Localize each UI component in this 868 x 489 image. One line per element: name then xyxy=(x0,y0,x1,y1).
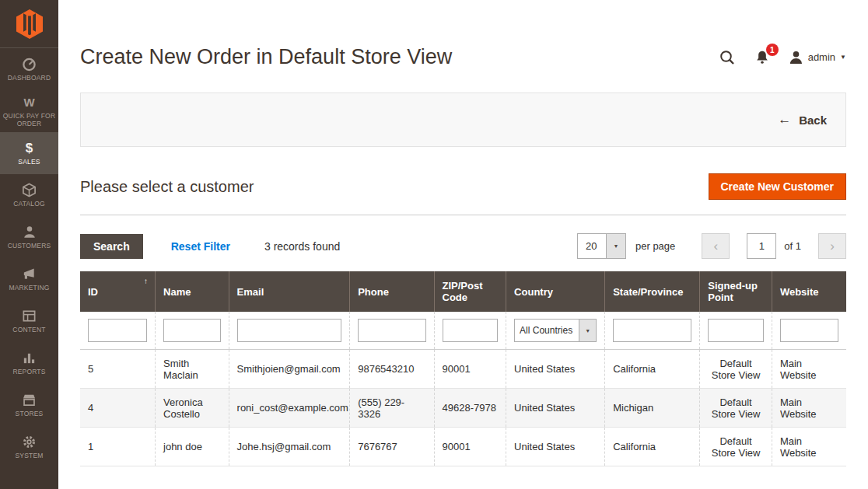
back-arrow-icon: ← xyxy=(778,112,791,127)
cell-state: California xyxy=(605,428,700,466)
user-icon xyxy=(789,50,803,65)
sidebar-item-sales[interactable]: $ SALES xyxy=(0,132,58,174)
per-page-select[interactable]: 20 ▼ xyxy=(577,233,626,259)
magento-logo[interactable] xyxy=(0,0,58,48)
sidebar-item-label: SALES xyxy=(18,159,40,166)
records-found-text: 3 records found xyxy=(264,240,340,253)
cell-phone: 9876543210 xyxy=(350,350,434,389)
column-header-phone[interactable]: Phone xyxy=(350,271,434,312)
admin-account-menu[interactable]: admin ▼ xyxy=(789,50,846,65)
column-header-id[interactable]: ID↑ xyxy=(80,271,156,312)
sidebar-item-content[interactable]: CONTENT xyxy=(0,300,58,342)
previous-page-button[interactable]: ‹ xyxy=(702,233,730,259)
cell-website: Main Website xyxy=(772,350,846,389)
filter-email-input[interactable] xyxy=(237,319,342,342)
cell-id: 4 xyxy=(80,389,156,428)
filter-state-input[interactable] xyxy=(613,319,691,342)
chevron-down-icon: ▼ xyxy=(840,54,846,61)
create-new-customer-button[interactable]: Create New Customer xyxy=(709,173,847,200)
customers-icon xyxy=(23,225,37,240)
column-header-email[interactable]: Email xyxy=(229,271,350,312)
sidebar-item-customers[interactable]: CUSTOMERS xyxy=(0,216,58,258)
filter-zip-input[interactable] xyxy=(443,319,499,342)
column-header-name[interactable]: Name xyxy=(156,271,229,312)
cell-zip: 90001 xyxy=(434,350,506,389)
column-header-signed-up-point[interactable]: Signed-up Point xyxy=(700,271,772,312)
sidebar-item-dashboard[interactable]: DASHBOARD xyxy=(0,48,58,90)
cell-country: United States xyxy=(506,350,605,389)
cell-name: Smith Maclain xyxy=(156,350,229,389)
sidebar-item-catalog[interactable]: CATALOG xyxy=(0,174,58,216)
notifications-bell-icon[interactable]: 1 xyxy=(754,49,770,65)
search-icon[interactable] xyxy=(719,49,736,66)
reports-icon xyxy=(22,351,37,366)
column-header-country[interactable]: Country xyxy=(506,271,605,312)
cell-phone: 7676767 xyxy=(350,428,434,466)
sidebar-item-label: REPORTS xyxy=(12,368,45,376)
page-total-text: of 1 xyxy=(784,240,801,252)
cell-signed-up: Default Store View xyxy=(700,389,772,428)
search-button[interactable]: Search xyxy=(80,234,143,259)
cell-website: Main Website xyxy=(772,389,846,428)
cell-state: Michigan xyxy=(605,389,700,428)
sidebar-item-marketing[interactable]: MARKETING xyxy=(0,258,58,300)
sidebar-item-system[interactable]: SYSTEM xyxy=(0,426,58,468)
page-actions-bar: ← Back xyxy=(80,93,846,147)
sidebar-item-label: CUSTOMERS xyxy=(8,243,51,250)
filter-phone-input[interactable] xyxy=(358,319,425,342)
next-page-button[interactable]: › xyxy=(818,233,846,259)
dashboard-icon xyxy=(22,57,37,72)
per-page-label: per page xyxy=(635,240,675,252)
sales-icon: $ xyxy=(26,141,33,156)
sidebar-item-label: MARKETING xyxy=(9,285,49,292)
sidebar-item-label: DASHBOARD xyxy=(8,75,51,82)
filter-signed-up-input[interactable] xyxy=(708,319,764,342)
cell-signed-up: Default Store View xyxy=(700,428,772,466)
content-icon xyxy=(22,309,37,324)
cell-country: United States xyxy=(506,428,605,466)
grid-header-row: ID↑ Name Email Phone ZIP/Post Code Count… xyxy=(80,271,846,312)
grid-toolbar: Search Reset Filter 3 records found 20 ▼… xyxy=(80,233,846,259)
column-header-zip[interactable]: ZIP/Post Code xyxy=(434,271,506,312)
cell-country: United States xyxy=(506,389,605,428)
back-button[interactable]: ← Back xyxy=(778,112,827,127)
customer-grid: ID↑ Name Email Phone ZIP/Post Code Count… xyxy=(80,271,846,466)
sidebar-item-stores[interactable]: STORES xyxy=(0,384,58,426)
sidebar-item-label: CATALOG xyxy=(13,201,45,208)
sidebar-item-reports[interactable]: REPORTS xyxy=(0,342,58,384)
chevron-down-icon: ▼ xyxy=(606,234,625,258)
stores-icon xyxy=(22,393,37,408)
page-title: Create New Order in Default Store View xyxy=(80,45,452,69)
quick-pay-icon: W xyxy=(23,95,34,110)
cell-email: Johe.hsj@gmail.com xyxy=(229,428,350,466)
notification-badge: 1 xyxy=(766,44,779,56)
cell-phone: (555) 229-3326 xyxy=(350,389,434,428)
system-icon xyxy=(22,435,37,450)
cell-zip: 49628-7978 xyxy=(434,389,506,428)
filter-id-input[interactable] xyxy=(88,319,147,342)
sidebar-item-label: SYSTEM xyxy=(16,452,44,460)
filter-country-select[interactable]: All Countries ▼ xyxy=(514,319,597,342)
cell-email: roni_cost@example.com xyxy=(229,389,350,428)
page-number-input[interactable] xyxy=(747,233,776,259)
sidebar-item-quick-pay-for-order[interactable]: W QUICK PAY FOR ORDER xyxy=(0,90,58,132)
catalog-icon xyxy=(22,183,37,198)
cell-signed-up: Default Store View xyxy=(700,350,772,389)
table-row[interactable]: 1 john doe Johe.hsj@gmail.com 7676767 90… xyxy=(80,428,846,466)
table-row[interactable]: 4 Veronica Costello roni_cost@example.co… xyxy=(80,389,846,428)
column-header-website[interactable]: Website xyxy=(772,271,846,312)
cell-website: Main Website xyxy=(772,428,846,466)
table-row[interactable]: 5 Smith Maclain Smithjoien@gmail.com 987… xyxy=(80,350,846,389)
sidebar-item-label: QUICK PAY FOR ORDER xyxy=(2,113,57,128)
reset-filter-link[interactable]: Reset Filter xyxy=(171,240,230,253)
admin-username: admin xyxy=(808,51,835,63)
filter-name-input[interactable] xyxy=(163,319,221,342)
filter-website-input[interactable] xyxy=(780,319,838,342)
cell-name: john doe xyxy=(156,428,229,466)
magento-logo-icon xyxy=(15,9,44,40)
column-header-state[interactable]: State/Province xyxy=(605,271,700,312)
chevron-down-icon: ▼ xyxy=(579,320,596,341)
section-divider xyxy=(80,215,846,215)
customer-select-header: Please select a customer Create New Cust… xyxy=(80,173,846,200)
admin-sidebar: DASHBOARD W QUICK PAY FOR ORDER $ SALES … xyxy=(0,0,58,489)
